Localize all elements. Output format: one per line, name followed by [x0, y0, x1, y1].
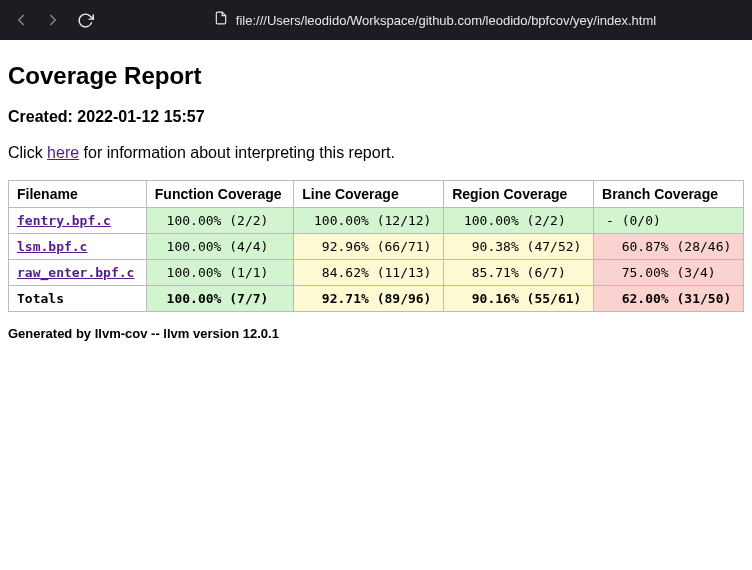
col-filename: Filename	[9, 181, 147, 208]
region-coverage-cell: 100.00% (2/2)	[444, 208, 594, 234]
filename-cell: raw_enter.bpf.c	[9, 260, 147, 286]
info-line: Click here for information about interpr…	[8, 144, 744, 162]
info-prefix: Click	[8, 144, 47, 161]
func-coverage-cell: 100.00% (4/4)	[146, 234, 293, 260]
region-coverage-cell: 90.38% (47/52)	[444, 234, 594, 260]
generator-footer: Generated by llvm-cov -- llvm version 12…	[8, 326, 744, 341]
table-row: raw_enter.bpf.c 100.00% (1/1) 84.62% (11…	[9, 260, 744, 286]
branch-coverage-cell: 60.87% (28/46)	[594, 234, 744, 260]
branch-coverage-cell: - (0/0)	[594, 208, 744, 234]
reload-button[interactable]	[76, 11, 94, 29]
browser-toolbar: file:///Users/leodido/Workspace/github.c…	[0, 0, 752, 40]
totals-branch-cell: 62.00% (31/50)	[594, 286, 744, 312]
table-header-row: Filename Function Coverage Line Coverage…	[9, 181, 744, 208]
created-timestamp: Created: 2022-01-12 15:57	[8, 108, 744, 126]
filename-link[interactable]: fentry.bpf.c	[17, 213, 111, 228]
page-title: Coverage Report	[8, 62, 744, 90]
totals-line-cell: 92.71% (89/96)	[294, 286, 444, 312]
totals-label: Totals	[9, 286, 147, 312]
back-button[interactable]	[12, 11, 30, 29]
filename-cell: fentry.bpf.c	[9, 208, 147, 234]
line-coverage-cell: 84.62% (11/13)	[294, 260, 444, 286]
totals-row: Totals 100.00% (7/7) 92.71% (89/96) 90.1…	[9, 286, 744, 312]
filename-cell: lsm.bpf.c	[9, 234, 147, 260]
filename-link[interactable]: raw_enter.bpf.c	[17, 265, 134, 280]
table-row: fentry.bpf.c 100.00% (2/2) 100.00% (12/1…	[9, 208, 744, 234]
line-coverage-cell: 92.96% (66/71)	[294, 234, 444, 260]
func-coverage-cell: 100.00% (2/2)	[146, 208, 293, 234]
totals-func-cell: 100.00% (7/7)	[146, 286, 293, 312]
coverage-table: Filename Function Coverage Line Coverage…	[8, 180, 744, 312]
address-bar[interactable]: file:///Users/leodido/Workspace/github.c…	[130, 11, 740, 29]
col-region-coverage: Region Coverage	[444, 181, 594, 208]
func-coverage-cell: 100.00% (1/1)	[146, 260, 293, 286]
totals-region-cell: 90.16% (55/61)	[444, 286, 594, 312]
nav-button-group	[12, 11, 94, 29]
file-icon	[214, 11, 228, 29]
col-function-coverage: Function Coverage	[146, 181, 293, 208]
info-link[interactable]: here	[47, 144, 79, 161]
col-branch-coverage: Branch Coverage	[594, 181, 744, 208]
url-text: file:///Users/leodido/Workspace/github.c…	[236, 13, 656, 28]
line-coverage-cell: 100.00% (12/12)	[294, 208, 444, 234]
forward-button[interactable]	[44, 11, 62, 29]
page-content: Coverage Report Created: 2022-01-12 15:5…	[0, 40, 752, 363]
region-coverage-cell: 85.71% (6/7)	[444, 260, 594, 286]
info-suffix: for information about interpreting this …	[79, 144, 395, 161]
table-row: lsm.bpf.c 100.00% (4/4) 92.96% (66/71) 9…	[9, 234, 744, 260]
col-line-coverage: Line Coverage	[294, 181, 444, 208]
branch-coverage-cell: 75.00% (3/4)	[594, 260, 744, 286]
filename-link[interactable]: lsm.bpf.c	[17, 239, 87, 254]
